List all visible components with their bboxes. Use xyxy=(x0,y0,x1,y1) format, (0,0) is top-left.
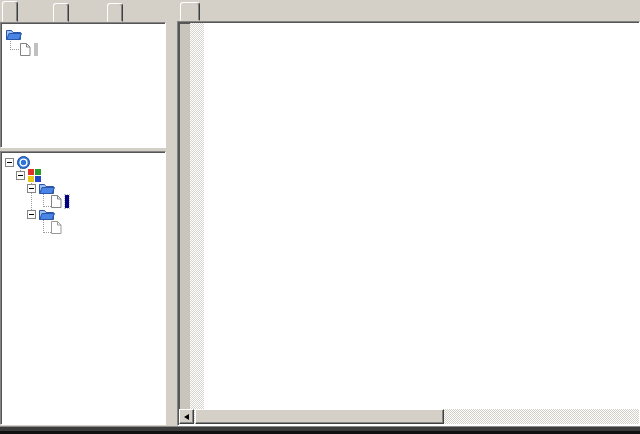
tree-node-label xyxy=(65,195,69,208)
tree-node-default-workspace[interactable] xyxy=(1,156,167,169)
tree-node-main-cpp[interactable] xyxy=(1,195,167,208)
tree-node-label xyxy=(58,208,62,221)
editor-pane xyxy=(177,21,640,426)
tree-node-sdl-application[interactable] xyxy=(1,169,167,182)
scrollbar-thumb[interactable] xyxy=(195,409,444,424)
collapse-icon[interactable] xyxy=(27,210,36,219)
scroll-left-arrow-icon[interactable] xyxy=(179,409,194,424)
window-bottom-edge xyxy=(0,426,640,434)
collapse-icon[interactable] xyxy=(16,171,25,180)
tab-projects[interactable] xyxy=(2,1,18,22)
horizontal-scrollbar[interactable] xyxy=(179,409,639,424)
folder-open-icon xyxy=(6,28,22,43)
tree-node-main-cpp-opened[interactable] xyxy=(20,43,38,56)
tree-node-others[interactable] xyxy=(1,208,167,221)
tree-connector xyxy=(10,49,19,50)
tree-node-cb-bmp[interactable] xyxy=(1,221,167,234)
tree-node-sources[interactable] xyxy=(1,182,167,195)
code-editor[interactable] xyxy=(204,23,639,410)
tab-watches[interactable] xyxy=(107,3,123,22)
workspace-panel xyxy=(0,151,166,425)
tree-node-label xyxy=(34,43,38,56)
breakpoint-margin[interactable] xyxy=(179,23,190,410)
opened-files-panel xyxy=(0,22,166,148)
tab-symbols[interactable] xyxy=(53,3,69,22)
collapse-icon[interactable] xyxy=(5,158,14,167)
tree-node-label xyxy=(25,28,29,41)
collapse-icon[interactable] xyxy=(27,184,36,193)
tree-node-label xyxy=(44,169,48,182)
tree-node-label xyxy=(65,221,69,234)
document-icon xyxy=(51,221,62,237)
editor-tab-main-cpp[interactable] xyxy=(180,2,200,21)
tree-node-label xyxy=(58,182,62,195)
tree-node-label xyxy=(33,156,37,169)
document-icon xyxy=(20,43,31,59)
fold-margin[interactable] xyxy=(190,23,204,410)
tree-node-opened-files[interactable] xyxy=(6,28,29,41)
